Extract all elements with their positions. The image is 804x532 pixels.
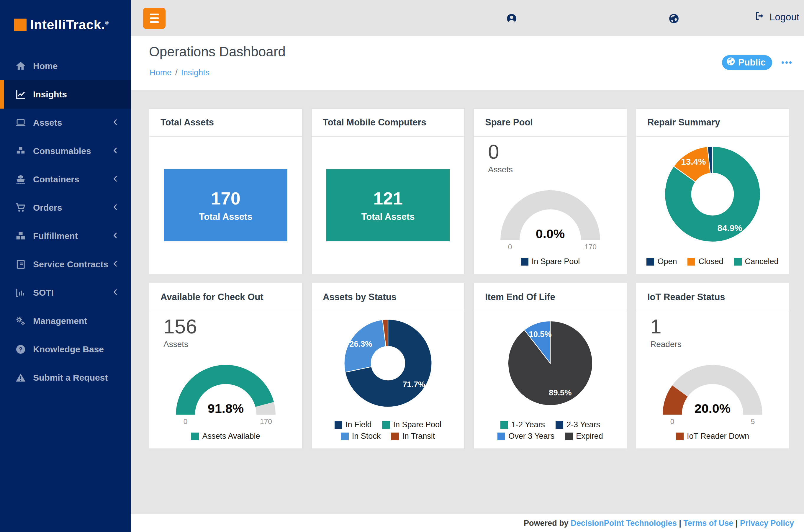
- sidebar-item-submit-request[interactable]: Submit a Request: [0, 363, 131, 392]
- sidebar-item-service-contracts[interactable]: Service Contracts: [0, 250, 131, 279]
- repair-summary-legend: OpenClosedCanceled: [636, 252, 789, 274]
- footer-privacy-link[interactable]: Privacy Policy: [740, 519, 794, 528]
- legend-item-in-spare-pool[interactable]: In Spare Pool: [382, 420, 441, 429]
- sidebar-item-label: Containers: [33, 174, 79, 185]
- legend-label: Over 3 Years: [509, 432, 554, 441]
- legend-item-open[interactable]: Open: [647, 257, 677, 266]
- sidebar-item-soti[interactable]: SOTI: [0, 279, 131, 307]
- page-title: Operations Dashboard: [149, 44, 286, 60]
- legend-swatch-icon: [556, 421, 563, 429]
- cards-grid: Total Assets 170 Total Assets Total Mobi…: [149, 108, 789, 449]
- chevron-left-icon: [113, 259, 118, 269]
- legend-label: In Spare Pool: [532, 257, 580, 266]
- sidebar-item-label: Service Contracts: [33, 259, 108, 269]
- footer-separator: |: [677, 519, 684, 528]
- sidebar-item-fulfillment[interactable]: Fulfillment: [0, 222, 131, 250]
- card-assets-by-status: Assets by Status 71.7%26.3% In FieldIn S…: [311, 283, 465, 449]
- sidebar-menu: Home Insights Assets: [0, 52, 131, 392]
- sidebar-item-knowledge-base[interactable]: ? Knowledge Base: [0, 335, 131, 363]
- assets-by-status-donut-chart: 71.7%26.3%: [311, 311, 464, 415]
- legend-item-in-transit[interactable]: In Transit: [391, 432, 435, 441]
- assets-by-status-legend: In FieldIn Spare PoolIn StockIn Transit: [311, 415, 464, 449]
- public-badge-label: Public: [738, 57, 766, 68]
- pie-chart-svg: 84.9%13.4%: [663, 145, 762, 244]
- breadcrumb-current-link[interactable]: Insights: [181, 68, 210, 77]
- sidebar-item-management[interactable]: Management: [0, 307, 131, 335]
- spare-pool-count: 0: [488, 140, 627, 163]
- sidebar-item-consumables[interactable]: Consumables: [0, 137, 131, 165]
- sidebar-item-orders[interactable]: Orders: [0, 193, 131, 222]
- sidebar-item-label: Management: [33, 316, 87, 326]
- contract-book-icon: [15, 259, 26, 270]
- footer-company-link[interactable]: DecisionPoint Technologies: [571, 519, 677, 528]
- legend-item-in-field[interactable]: In Field: [334, 420, 372, 429]
- legend-item-assets-available[interactable]: Assets Available: [191, 432, 260, 441]
- item-end-of-life-pie-chart: 89.5%10.5%: [474, 311, 627, 415]
- legend-swatch-icon: [497, 433, 505, 440]
- sidebar-item-label: Orders: [33, 203, 62, 213]
- gears-icon: [15, 316, 26, 326]
- legend-row: In StockIn Transit: [311, 432, 464, 441]
- brand-logo[interactable]: IntelliTrack.®: [0, 0, 131, 33]
- sidebar-item-assets[interactable]: Assets: [0, 109, 131, 137]
- card-title: Repair Summary: [636, 109, 789, 137]
- card-title: IoT Reader Status: [636, 283, 789, 311]
- legend-row: OpenClosedCanceled: [636, 257, 789, 266]
- iot-readers-count-label: Readers: [650, 340, 789, 349]
- legend-item-expired[interactable]: Expired: [565, 432, 603, 441]
- page-header: Operations Dashboard Home/Insights Publi…: [131, 36, 804, 90]
- logout-label: Logout: [769, 12, 799, 23]
- available-count: 156: [164, 315, 302, 338]
- public-visibility-badge[interactable]: Public: [722, 55, 772, 70]
- logout-button[interactable]: Logout: [755, 11, 799, 23]
- legend-item-closed[interactable]: Closed: [687, 257, 723, 266]
- question-circle-icon: ?: [15, 344, 26, 355]
- legend-item-over-3-years[interactable]: Over 3 Years: [497, 432, 554, 441]
- bar-chart-icon: [15, 287, 26, 298]
- legend-label: Closed: [698, 257, 723, 266]
- sidebar-item-home[interactable]: Home: [0, 52, 131, 80]
- sidebar-item-label: Knowledge Base: [33, 344, 104, 354]
- legend-item-iot-reader-down[interactable]: IoT Reader Down: [676, 432, 749, 441]
- total-assets-value-box: 170 Total Assets: [164, 169, 287, 241]
- breadcrumb: Home/Insights: [150, 68, 210, 77]
- slice-label-expired: 89.5%: [549, 388, 572, 397]
- legend-label: In Stock: [352, 432, 381, 441]
- footer-powered-by: Powered by: [524, 519, 571, 528]
- sidebar-item-containers[interactable]: Containers: [0, 165, 131, 193]
- footer-terms-link[interactable]: Terms of Use: [683, 519, 733, 528]
- legend-row: Assets Available: [149, 432, 302, 441]
- legend-item-canceled[interactable]: Canceled: [734, 257, 779, 266]
- svg-text:?: ?: [19, 346, 22, 353]
- chevron-left-icon: [113, 203, 118, 213]
- boxes-icon: [15, 231, 26, 241]
- legend-item-1-2-years[interactable]: 1-2 Years: [500, 420, 545, 429]
- hamburger-menu-button[interactable]: [143, 8, 166, 29]
- spare-pool-count-label: Assets: [488, 165, 627, 174]
- legend-swatch-icon: [334, 421, 342, 429]
- slice-label-closed: 13.4%: [681, 157, 706, 166]
- legend-item-in-spare-pool[interactable]: In Spare Pool: [521, 257, 580, 266]
- globe-language-icon[interactable]: [668, 13, 679, 24]
- gauge-min-label: 0: [670, 418, 674, 425]
- legend-item-in-stock[interactable]: In Stock: [341, 432, 381, 441]
- legend-row: In Spare Pool: [474, 257, 627, 266]
- card-spare-pool: Spare Pool 0 Assets 01700.0% In Spare Po…: [474, 108, 627, 274]
- pie-chart-svg: 71.7%26.3%: [343, 318, 434, 408]
- legend-swatch-icon: [687, 258, 695, 266]
- gauge-max-label: 170: [260, 418, 272, 425]
- legend-label: 1-2 Years: [511, 420, 545, 429]
- home-icon: [15, 61, 26, 71]
- more-options-icon[interactable]: [782, 61, 791, 64]
- user-account-icon[interactable]: [506, 13, 517, 24]
- sidebar-item-label: Insights: [33, 90, 67, 99]
- breadcrumb-separator: /: [175, 68, 178, 77]
- sidebar-item-insights[interactable]: Insights: [0, 80, 131, 109]
- legend-item-2-3-years[interactable]: 2-3 Years: [556, 420, 600, 429]
- legend-label: Expired: [576, 432, 603, 441]
- breadcrumb-home-link[interactable]: Home: [150, 68, 172, 77]
- chevron-left-icon: [113, 174, 118, 185]
- chevron-left-icon: [113, 146, 118, 156]
- chevron-left-icon: [113, 231, 118, 241]
- legend-label: Canceled: [745, 257, 779, 266]
